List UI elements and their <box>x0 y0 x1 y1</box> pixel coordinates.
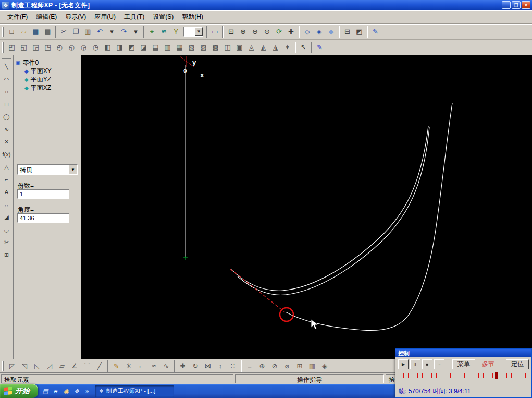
chamfer-curve-icon[interactable]: ◢ <box>1 211 13 223</box>
rectangle-tool-icon[interactable]: □ <box>1 99 13 110</box>
view-front-icon[interactable]: ◈ <box>313 26 325 38</box>
sketch-mode-icon[interactable]: ✎ <box>369 26 381 38</box>
quick-launch-desktop-icon[interactable]: ▤ <box>41 387 50 395</box>
tree-item-plane-xy[interactable]: ◆ 平面XY <box>24 67 80 75</box>
circle-tool-icon[interactable]: ○ <box>1 86 13 98</box>
fillet-curve-icon[interactable]: ◡ <box>1 224 13 235</box>
surface-split-icon[interactable]: ∠ <box>68 360 81 372</box>
curve-extend-icon[interactable]: ⌐ <box>135 360 147 372</box>
spline-edit-icon[interactable]: ✳ <box>122 360 135 372</box>
zoom-all-icon[interactable]: ⊙ <box>261 26 273 38</box>
new-file-icon[interactable]: □ <box>6 26 18 38</box>
curve-fillet-icon[interactable]: ⌒ <box>81 360 93 372</box>
fillet-feature-icon[interactable]: ◧ <box>102 41 114 53</box>
draft-feature-icon[interactable]: ▥ <box>162 41 174 53</box>
stiffener-feature-icon[interactable]: ◪ <box>138 41 150 53</box>
menu-view[interactable]: 显示(V) <box>61 10 90 23</box>
surface-trim-edit-icon[interactable]: ◸ <box>6 360 18 372</box>
curve-smooth-icon[interactable]: ∿ <box>160 360 172 372</box>
tree-item-plane-xz[interactable]: ◆ 平面XZ <box>24 83 80 92</box>
spline-tool-icon[interactable]: ∿ <box>1 124 13 135</box>
quick-launch-player-icon[interactable]: ❖ <box>72 387 81 395</box>
menu-file[interactable]: 文件(F) <box>3 10 32 23</box>
rotate-tool-icon[interactable]: ↻ <box>189 360 202 372</box>
save-icon[interactable]: ▦ <box>30 26 42 38</box>
locate-button[interactable]: 定位 <box>506 359 529 369</box>
timeline-marker[interactable] <box>495 372 498 379</box>
toolbar-grip[interactable] <box>2 42 4 53</box>
surface-trim-icon[interactable]: ▣ <box>233 41 245 53</box>
scale-tool-icon[interactable]: ↕ <box>214 360 227 372</box>
mold-tool-icon[interactable]: ▨ <box>197 41 209 53</box>
profile-curve-long[interactable] <box>286 103 452 331</box>
zoom-in-icon[interactable]: ⊕ <box>237 26 249 38</box>
shaded-display-icon[interactable]: ◩ <box>353 26 365 38</box>
chamfer-feature-icon[interactable]: ◨ <box>114 41 126 53</box>
minimize-button[interactable]: _ <box>502 1 511 9</box>
circular-pattern-icon[interactable]: ▧ <box>185 41 197 53</box>
formula-curve-icon[interactable]: f(x) <box>1 149 13 160</box>
redo-dropdown-icon[interactable]: ▾ <box>130 26 142 38</box>
trim-curve-icon[interactable]: ✂ <box>1 236 13 248</box>
start-button[interactable]: 开始 <box>0 384 38 398</box>
equidistant-icon[interactable]: ≡ <box>243 360 256 372</box>
render-tool-icon[interactable]: ✦ <box>281 41 293 53</box>
filter-icon[interactable]: Y <box>170 26 182 38</box>
sketch-pen-icon[interactable]: ✎ <box>314 41 326 53</box>
surface-extend-icon[interactable]: ◹ <box>18 360 31 372</box>
array-tool-icon[interactable]: ∷ <box>227 360 239 372</box>
zoom-out-icon[interactable]: ⊖ <box>249 26 261 38</box>
count-input[interactable] <box>17 189 69 199</box>
profile-curve-inner[interactable] <box>238 127 429 295</box>
ellipse-tool-icon[interactable]: ◯ <box>1 111 13 123</box>
menu-button[interactable]: 菜单 <box>452 359 475 369</box>
transform-3d-icon[interactable]: ◭ <box>257 41 269 53</box>
line-tool-icon[interactable]: ╲ <box>1 61 13 73</box>
surface-offset-icon[interactable]: ◺ <box>31 360 43 372</box>
combine-tool-icon[interactable]: ▩ <box>209 41 221 53</box>
pause-button[interactable]: ‖ <box>410 359 420 369</box>
refresh-view-icon[interactable]: ⟳ <box>273 26 285 38</box>
quick-launch-browser-icon[interactable]: e <box>52 387 60 395</box>
drawing-canvas[interactable]: y o x <box>81 55 532 359</box>
profile-curve-outer[interactable] <box>231 126 428 291</box>
hole-feature-icon[interactable]: ◩ <box>126 41 138 53</box>
toolbar-grip[interactable] <box>2 57 11 59</box>
control-window-titlebar[interactable]: 控制 <box>395 349 531 357</box>
point-tool-icon[interactable]: ✕ <box>1 136 13 148</box>
polygon-tool-icon[interactable]: △ <box>1 161 13 173</box>
style-dropdown[interactable]: ▼ <box>183 27 203 37</box>
menu-tools[interactable]: 工具(T) <box>120 10 149 23</box>
text-tool-icon[interactable]: A <box>1 186 13 198</box>
wireframe-display-icon[interactable]: ⊟ <box>341 26 353 38</box>
stop-button[interactable]: ■ <box>422 359 432 369</box>
sweep-add-icon[interactable]: ◲ <box>30 41 42 53</box>
pan-view-icon[interactable]: ✚ <box>285 26 297 38</box>
play-button[interactable]: ▶ <box>398 359 409 369</box>
curve-break-icon[interactable]: ≈ <box>147 360 160 372</box>
pick-point-icon[interactable]: ⌖ <box>146 26 158 38</box>
multi-section-label[interactable]: 多节 <box>482 360 494 369</box>
curve-chamfer-icon[interactable]: ╱ <box>93 360 106 372</box>
extrude-cut-icon[interactable]: ◴ <box>54 41 66 53</box>
view-axonometric-icon[interactable]: ◇ <box>301 26 313 38</box>
rect-array-icon[interactable]: ▦ <box>306 360 318 372</box>
menu-apply[interactable]: 应用(U) <box>90 10 120 23</box>
cut-icon[interactable]: ✂ <box>58 26 70 38</box>
close-button[interactable]: ✕ <box>522 1 530 9</box>
chevron-down-icon[interactable]: ▼ <box>69 165 77 174</box>
playback-timeline[interactable] <box>399 371 528 379</box>
frame-display-icon[interactable]: ▭ <box>209 26 221 38</box>
toolbar-grip[interactable] <box>2 361 4 371</box>
projection-curve-icon[interactable]: ⌐ <box>1 174 13 185</box>
menu-help[interactable]: 帮助(H) <box>178 10 207 23</box>
chevron-down-icon[interactable]: ▼ <box>195 27 203 36</box>
circ-array-icon[interactable]: ◈ <box>318 360 331 372</box>
print-icon[interactable]: ▤ <box>42 26 54 38</box>
sketch-edit-icon[interactable]: ✎ <box>110 360 122 372</box>
linear-pattern-icon[interactable]: ▦ <box>174 41 185 53</box>
zoom-window-icon[interactable]: ⊡ <box>225 26 237 38</box>
loft-add-icon[interactable]: ◳ <box>42 41 54 53</box>
titlebar[interactable]: ❖ 制造工程师XP - [无名文件] <box>0 0 532 10</box>
select-arrow-icon[interactable]: ↖ <box>298 41 310 53</box>
